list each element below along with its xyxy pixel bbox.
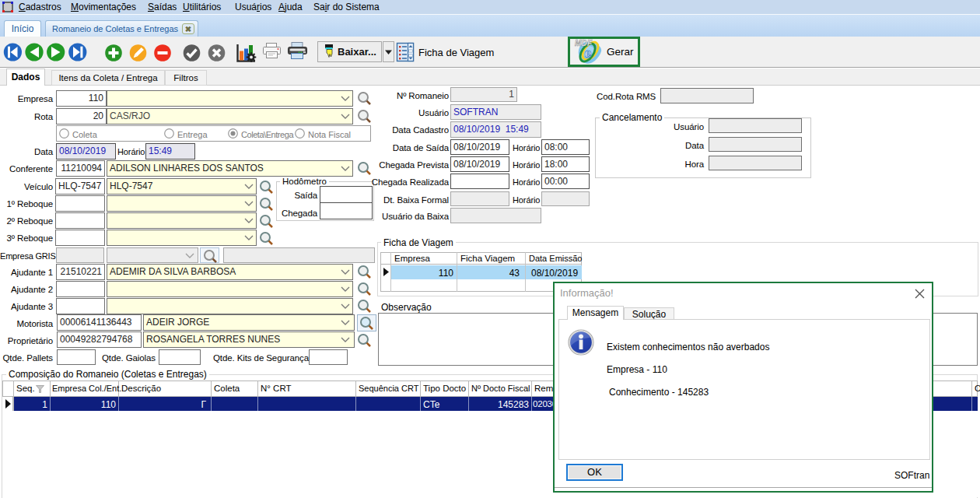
svg-text:e: e xyxy=(585,47,592,60)
svg-text:MDF: MDF xyxy=(575,39,593,47)
